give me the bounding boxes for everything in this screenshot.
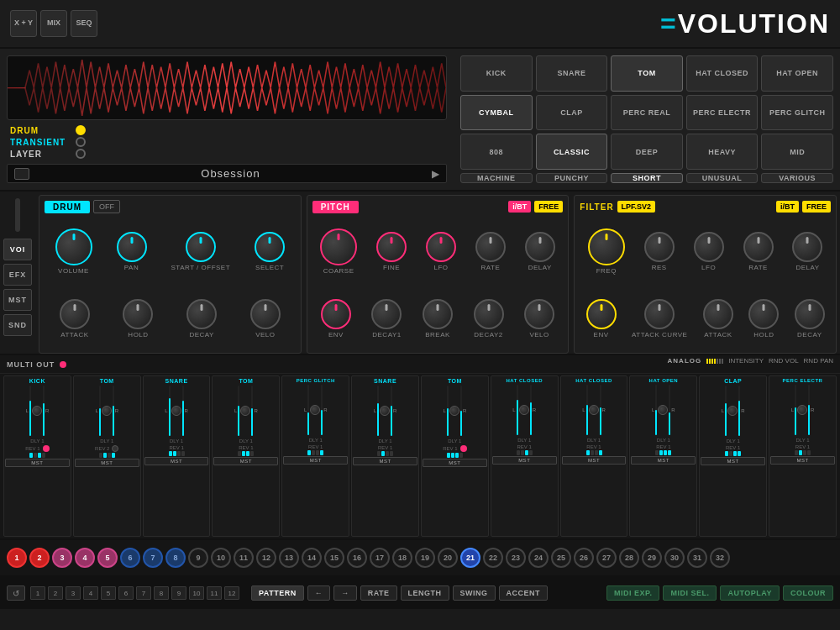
filter-attack-knob[interactable] xyxy=(703,299,733,329)
pad-tom[interactable]: TOM xyxy=(611,55,683,92)
layer-layer-dot[interactable] xyxy=(76,149,86,159)
pat-btn-22[interactable]: 22 xyxy=(483,548,503,568)
filter-hold-knob[interactable] xyxy=(748,299,779,329)
pat-btn-32[interactable]: 32 xyxy=(710,548,730,568)
step-7[interactable]: 7 xyxy=(136,586,151,600)
select-knob[interactable] xyxy=(255,232,285,262)
pat-btn-9[interactable]: 9 xyxy=(188,548,208,568)
ch-mst-perc-glitch[interactable]: MST xyxy=(283,456,348,465)
autoplay-btn[interactable]: AUTOPLAY xyxy=(720,585,780,601)
filter-delay-knob[interactable] xyxy=(792,232,822,262)
pat-btn-5[interactable]: 5 xyxy=(97,548,118,568)
pat-btn-28[interactable]: 28 xyxy=(619,548,639,568)
rate-btn[interactable]: RATE xyxy=(360,585,397,601)
ch-mst-tom1[interactable]: MST xyxy=(75,459,139,467)
pat-btn-19[interactable]: 19 xyxy=(415,548,435,568)
pat-btn-10[interactable]: 10 xyxy=(211,548,231,568)
seq-button[interactable]: SEQ xyxy=(71,10,97,37)
pat-btn-25[interactable]: 25 xyxy=(551,548,571,568)
voi-button[interactable]: VOI xyxy=(3,239,32,260)
accent-btn[interactable]: ACCENT xyxy=(499,585,549,601)
pat-btn-16[interactable]: 16 xyxy=(347,548,367,568)
pad-machine[interactable]: MACHINE xyxy=(460,173,533,183)
step-10[interactable]: 10 xyxy=(189,586,204,600)
step-9[interactable]: 9 xyxy=(171,586,186,600)
decay2-knob[interactable] xyxy=(474,299,504,329)
pat-btn-20[interactable]: 20 xyxy=(438,548,458,568)
fine-knob[interactable] xyxy=(376,232,407,262)
coarse-knob[interactable] xyxy=(320,228,357,265)
pad-various[interactable]: VARIOUS xyxy=(761,173,833,183)
preset-icon[interactable] xyxy=(14,168,29,180)
pat-btn-26[interactable]: 26 xyxy=(574,548,594,568)
pad-clap[interactable]: CLAP xyxy=(536,95,608,131)
pad-classic[interactable]: CLASSIC xyxy=(536,134,608,170)
pat-btn-13[interactable]: 13 xyxy=(279,548,299,568)
pad-short[interactable]: SHORT xyxy=(611,173,683,183)
pad-hat-closed[interactable]: HAT CLOSED xyxy=(686,55,759,92)
step-11[interactable]: 11 xyxy=(207,586,222,600)
pat-btn-2[interactable]: 2 xyxy=(29,548,50,568)
pad-kick[interactable]: KICK xyxy=(460,55,533,92)
lfo-knob[interactable] xyxy=(426,232,456,262)
step-12[interactable]: 12 xyxy=(224,586,239,600)
xy-button[interactable]: X + Y xyxy=(10,10,37,37)
decay-knob[interactable] xyxy=(186,299,217,329)
pad-punchy[interactable]: PUNCHY xyxy=(536,173,608,183)
velo-knob[interactable] xyxy=(250,299,281,329)
step-2[interactable]: 2 xyxy=(48,586,63,600)
drum-layer-dot[interactable] xyxy=(76,125,86,135)
pat-btn-11[interactable]: 11 xyxy=(234,548,254,568)
pat-btn-14[interactable]: 14 xyxy=(302,548,322,568)
step-4[interactable]: 4 xyxy=(83,586,98,600)
pat-btn-4[interactable]: 4 xyxy=(75,548,95,568)
pattern-btn[interactable]: PATTERN xyxy=(251,585,304,601)
volume-knob[interactable] xyxy=(55,228,92,265)
start-offset-knob[interactable] xyxy=(186,232,216,262)
ch-mst-tom3[interactable]: MST xyxy=(423,459,487,467)
filter-decay-knob[interactable] xyxy=(795,299,825,329)
pad-heavy[interactable]: HEAVY xyxy=(686,134,759,170)
pad-perc-real[interactable]: PERC REAL xyxy=(611,95,683,131)
pat-btn-31[interactable]: 31 xyxy=(687,548,707,568)
filter-lfo-knob[interactable] xyxy=(694,232,724,262)
rate-knob[interactable] xyxy=(475,232,506,262)
mix-button[interactable]: MIX xyxy=(40,10,67,37)
hold-knob[interactable] xyxy=(123,299,153,329)
mst-button[interactable]: MST xyxy=(3,289,32,311)
pat-btn-29[interactable]: 29 xyxy=(642,548,662,568)
layer-drum-row[interactable]: DRUM xyxy=(10,125,444,135)
pan-knob[interactable] xyxy=(117,232,147,262)
drum-panel-title[interactable]: DRUM xyxy=(45,201,90,213)
pad-unusual[interactable]: UNUSUAL xyxy=(686,173,759,183)
arrow-left-btn[interactable]: ← xyxy=(307,585,331,601)
transient-layer-dot[interactable] xyxy=(76,137,86,147)
pad-snare[interactable]: SNARE xyxy=(536,55,608,92)
res-knob[interactable] xyxy=(644,232,675,262)
pad-mid[interactable]: MID xyxy=(761,134,833,170)
layer-transient-row[interactable]: TRANSIENT xyxy=(10,137,444,147)
step-6[interactable]: 6 xyxy=(118,586,134,600)
pat-btn-18[interactable]: 18 xyxy=(392,548,412,568)
filter-rate-knob[interactable] xyxy=(743,232,774,262)
ch-mst-snare[interactable]: MST xyxy=(144,457,209,465)
pat-btn-17[interactable]: 17 xyxy=(370,548,390,568)
env-knob[interactable] xyxy=(321,299,351,329)
step-5[interactable]: 5 xyxy=(101,586,116,600)
loop-button[interactable]: ↺ xyxy=(7,585,25,601)
pat-btn-15[interactable]: 15 xyxy=(324,548,344,568)
efx-button[interactable]: EFX xyxy=(3,264,32,286)
delay-knob[interactable] xyxy=(525,232,555,262)
attack-curve-knob[interactable] xyxy=(644,299,675,329)
pat-btn-24[interactable]: 24 xyxy=(528,548,549,568)
ch-mst-snare2[interactable]: MST xyxy=(353,457,417,465)
step-1[interactable]: 1 xyxy=(30,586,45,600)
velo2-knob[interactable] xyxy=(524,299,554,329)
colour-btn[interactable]: COLOUR xyxy=(783,585,833,601)
length-btn[interactable]: LENGTH xyxy=(401,585,449,601)
pad-cymbal[interactable]: CYMBAL xyxy=(460,95,533,131)
pat-btn-21[interactable]: 21 xyxy=(460,548,480,568)
attack-knob[interactable] xyxy=(60,299,90,329)
pad-808[interactable]: 808 xyxy=(460,134,533,170)
pat-btn-3[interactable]: 3 xyxy=(52,548,72,568)
